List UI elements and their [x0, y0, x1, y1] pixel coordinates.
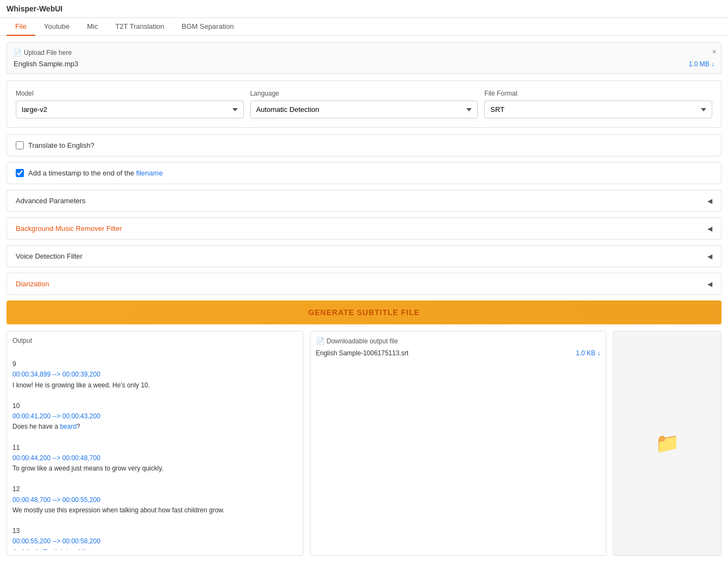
tabs-bar: File Youtube Mic T2T Translation BGM Sep… [0, 18, 728, 36]
upload-button[interactable]: 📄 Upload File here [14, 49, 72, 57]
voice-detection-collapsible[interactable]: Voice Detection Filter ◀ [7, 245, 721, 267]
advanced-params-collapsible[interactable]: Advanced Parameters ◀ [7, 190, 721, 212]
bgm-filter-label: Background Music Remover Filter [16, 224, 122, 233]
file-format-select[interactable]: SRT VTT TXT TSV JSON [484, 101, 712, 118]
timestamp-label[interactable]: Add a timestamp to the end of the filena… [28, 169, 163, 177]
language-select[interactable]: Automatic Detection English Spanish Fren… [250, 101, 478, 118]
tab-t2t[interactable]: T2T Translation [106, 18, 173, 36]
advanced-params-label: Advanced Parameters [16, 197, 86, 205]
tab-mic[interactable]: Mic [78, 18, 106, 36]
model-select[interactable]: large-v2 tiny base small medium large [16, 101, 244, 118]
diarization-collapsible[interactable]: Diarization ◀ [7, 273, 721, 295]
file-format-select-group: File Format SRT VTT TXT TSV JSON [484, 90, 712, 118]
language-label: Language [250, 90, 478, 97]
diarization-arrow: ◀ [707, 280, 712, 288]
download-file-size[interactable]: 1.0 KB ↓ [576, 349, 600, 357]
advanced-params-arrow: ◀ [707, 197, 712, 205]
translate-checkbox-row: Translate to English? [7, 134, 721, 156]
folder-icon: 📁 [655, 432, 680, 455]
timestamp-checkbox[interactable] [16, 169, 24, 177]
voice-detection-label: Voice Detection Filter [16, 252, 83, 260]
bgm-filter-arrow: ◀ [707, 225, 712, 233]
voice-detection-arrow: ◀ [707, 253, 712, 260]
uploaded-file-size: 1.0 MB ↓ [689, 60, 714, 68]
diarization-label: Diarization [16, 280, 49, 288]
translate-checkbox[interactable] [16, 141, 24, 149]
bgm-filter-collapsible[interactable]: Background Music Remover Filter ◀ [7, 217, 721, 240]
timestamp-checkbox-row: Add a timestamp to the end of the filena… [7, 162, 721, 184]
tab-bgm[interactable]: BGM Separation [173, 18, 243, 36]
output-text[interactable]: 9 00:00:34,899 --> 00:00:39,200 I know! … [12, 349, 297, 550]
image-preview-box: 📁 [613, 331, 721, 556]
app-title: Whisper-WebUI [0, 0, 728, 18]
doc-icon: 📄 [14, 49, 22, 57]
output-label: Output [12, 337, 297, 344]
translate-label[interactable]: Translate to English? [28, 141, 94, 149]
download-file-row: English Sample-1006175113.srt 1.0 KB ↓ [316, 349, 601, 357]
output-box: Output 9 00:00:34,899 --> 00:00:39,200 I… [7, 331, 303, 556]
tab-youtube[interactable]: Youtube [35, 18, 78, 36]
model-select-group: Model large-v2 tiny base small medium la… [16, 90, 244, 118]
download-box: 📄 Downloadable output file English Sampl… [310, 331, 607, 556]
download-doc-icon: 📄 [316, 337, 325, 345]
close-upload-button[interactable]: × [712, 47, 717, 56]
download-file-name[interactable]: English Sample-1006175113.srt [316, 349, 409, 357]
upload-area: 📄 Upload File here × English Sample.mp3 … [7, 42, 721, 74]
tab-file[interactable]: File [7, 18, 35, 36]
download-label: Downloadable output file [327, 337, 398, 345]
generate-button[interactable]: GENERATE SUBTITLE FILE [7, 300, 721, 324]
download-label-row: 📄 Downloadable output file [316, 337, 601, 345]
file-format-label: File Format [484, 90, 712, 97]
uploaded-file-name: English Sample.mp3 [14, 60, 78, 68]
language-select-group: Language Automatic Detection English Spa… [250, 90, 478, 118]
model-label: Model [16, 90, 244, 97]
